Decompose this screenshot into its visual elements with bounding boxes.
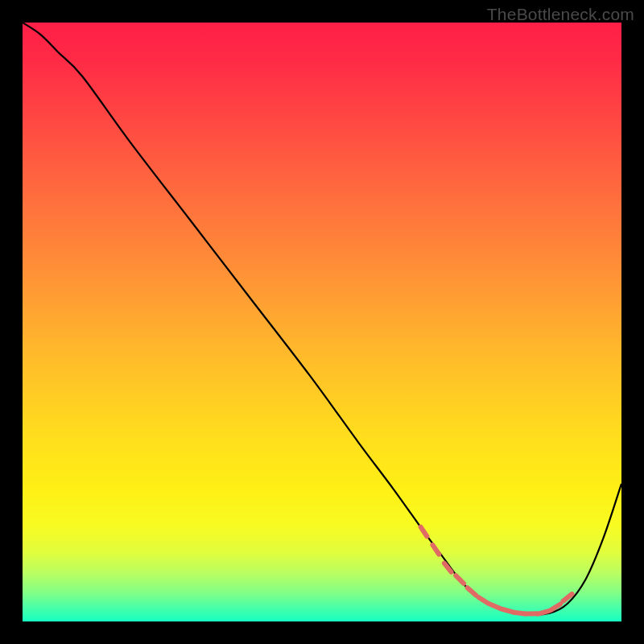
- chart-svg: [23, 23, 621, 621]
- sweet-spot-marker: [514, 613, 526, 614]
- chart-background: [23, 23, 621, 621]
- sweet-spot-marker: [539, 611, 550, 614]
- chart-plot-area: [23, 23, 621, 621]
- sweet-spot-marker: [502, 609, 514, 613]
- watermark-text: TheBottleneck.com: [487, 5, 634, 24]
- chart-frame: TheBottleneck.com: [0, 0, 644, 644]
